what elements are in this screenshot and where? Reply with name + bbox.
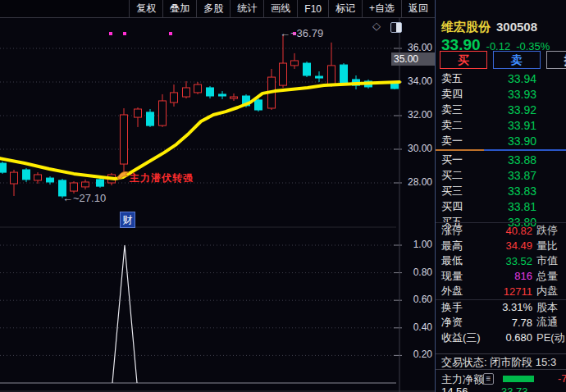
cursor-price-label: 35.00 (391, 52, 436, 66)
sell-button[interactable]: 卖 (493, 51, 541, 69)
price-axis-label: 34.00 (399, 75, 432, 87)
bid-row[interactable]: 买一33.88 (436, 152, 566, 167)
stat-value: 33.52 (463, 255, 536, 267)
stock-name[interactable]: 维宏股份300508 (441, 20, 537, 35)
stat-label: 最高 (441, 239, 463, 253)
stock-code: 300508 (496, 20, 537, 34)
trade-buttons: 买 卖 撤 (440, 51, 566, 69)
stat-value: 816 (463, 270, 536, 282)
bid-row[interactable]: 买二33.87 (436, 167, 566, 183)
stat-label: 换手 (441, 300, 463, 315)
level-price: 33.94 (508, 72, 536, 85)
stat-row: 收益(三)0.680PE(动 (436, 330, 566, 346)
document-icon[interactable]: ≡ (483, 373, 494, 385)
level-price: 33.90 (508, 134, 536, 148)
level-price: 33.83 (508, 185, 536, 198)
stat-label: 收益(三) (441, 330, 481, 345)
level-label: 卖三 (441, 103, 463, 117)
bid-ask-ratio-bar (436, 149, 566, 151)
stat-row: 最高34.49量比 (436, 239, 566, 254)
stat-value: 12711 (463, 285, 536, 298)
stat-secondary-label: PE(动 (536, 330, 566, 345)
indicator-axis-label: 0.20 (399, 349, 432, 360)
stat-secondary-label: 内盘 (536, 284, 566, 299)
low-annotation-value: 27.10 (80, 192, 107, 204)
main-flow-bar (503, 376, 534, 382)
stat-value: 34.49 (463, 239, 536, 252)
price-axis-label: 32.00 (399, 109, 432, 121)
stat-secondary-label: 市值 (536, 253, 566, 268)
ask-levels: 卖五33.94卖四33.93卖三33.92卖二33.91卖一33.90 (436, 71, 566, 148)
stat-value: 40.82 (463, 225, 536, 237)
order-book: 卖五33.94卖四33.93卖三33.92卖二33.91卖一33.90 买一33… (436, 71, 566, 230)
stat-row: 涨停40.82跌停 (436, 223, 566, 239)
bid-row[interactable]: 买三33.83 (436, 183, 566, 198)
main-flow-row: 主力净额 ≡ -7 (436, 372, 566, 385)
stat-secondary-label: 流通 (536, 315, 566, 330)
panel-toggle-icon[interactable] (390, 22, 402, 33)
stat-secondary-label: 跌停 (536, 223, 566, 238)
stock-name-text: 维宏股份 (441, 20, 491, 34)
stat-secondary-label: 总量 (536, 269, 566, 284)
price-axis-label: 30.00 (399, 143, 432, 154)
stat-label: 最低 (441, 253, 463, 268)
ask-row[interactable]: 卖五33.94 (436, 71, 566, 86)
annotation-arrow-icon: ←~ (62, 192, 80, 204)
cancel-order-button[interactable]: 撤 (546, 51, 566, 69)
indicator-axis-label: 1.00 (399, 239, 432, 250)
panel-toggle-fill (396, 23, 401, 32)
stat-secondary-label: 量比 (536, 239, 566, 253)
level-price: 33.87 (508, 169, 536, 182)
signal-annotation: 主力潜伏转强 (130, 171, 194, 185)
level-label: 卖一 (441, 134, 463, 148)
stat-secondary-label: 股本 (536, 300, 566, 315)
level-label: 买二 (441, 168, 463, 183)
level-label: 买四 (441, 199, 463, 214)
stat-value: 7.78 (463, 317, 536, 329)
level-label: 卖四 (441, 87, 463, 102)
indicator-axis-label: 0.80 (399, 267, 432, 278)
stat-row: 换手3.31%股本 (436, 300, 566, 316)
high-annotation-value: 36.79 (297, 27, 324, 39)
quote-panel: 维宏股份300508 33.90-0.12-0.35% 买 卖 撤 卖五33.9… (435, 0, 566, 392)
ask-row[interactable]: 卖三33.92 (436, 102, 566, 117)
low-annotation: ←~27.10 (62, 192, 106, 204)
stat-value: 3.31% (463, 301, 536, 313)
stat-label: 涨停 (441, 223, 463, 238)
signal-arrow-icon (116, 168, 130, 181)
buy-button[interactable]: 买 (440, 51, 487, 69)
price-axis-label: 36.00 (399, 42, 432, 53)
main-flow-value: -7 (558, 372, 566, 385)
annotation-arrow-icon: ←~ (280, 27, 297, 39)
stat-row: 现量816总量 (436, 269, 566, 285)
stats-table: 涨停40.82跌停最高34.49量比最低33.52市值现量816总量外盘1271… (436, 222, 566, 345)
stat-label: 外盘 (441, 284, 463, 299)
bid-row[interactable]: 买四33.81 (436, 198, 566, 214)
level-label: 买三 (441, 184, 463, 198)
level-price: 33.92 (508, 103, 536, 116)
stat-label: 现量 (441, 269, 463, 284)
diamond-marker-icon[interactable]: ◇ (372, 20, 381, 32)
level-label: 买一 (441, 153, 463, 167)
stat-value: 0.680 (481, 331, 536, 344)
stat-label: 净资 (441, 315, 463, 330)
level-label: 卖五 (441, 71, 463, 86)
ask-row[interactable]: 卖一33.90 (436, 133, 566, 148)
clipped-bottom-row: 14.56 33.73 (436, 385, 566, 392)
indicator-axis-label: 0.60 (399, 294, 432, 305)
trade-status: 交易状态: 闭市阶段 15:3 (436, 353, 566, 370)
stock-app-window: 复权叠加多股统计画线F10标记+自选返回 36.0034.0032.0030.0… (0, 0, 566, 392)
ask-row[interactable]: 卖二33.91 (436, 117, 566, 133)
level-price: 33.93 (508, 88, 536, 101)
level-price: 33.81 (508, 200, 536, 213)
indicator-axis-label: 0.40 (399, 321, 432, 333)
bid-levels: 买一33.88买二33.87买三33.83买四33.81买五33.80 (436, 152, 566, 230)
stat-row: 净资7.78流通 (436, 315, 566, 330)
clipped-value-2: 33.73 (501, 385, 528, 392)
indicator-name-badge[interactable]: 财 (120, 212, 135, 228)
stat-row: 最低33.52市值 (436, 253, 566, 269)
stat-row: 外盘12711内盘 (436, 284, 566, 299)
ask-row[interactable]: 卖四33.93 (436, 86, 566, 102)
clipped-value-1: 14.56 (441, 385, 468, 392)
level-price: 33.91 (508, 119, 536, 132)
